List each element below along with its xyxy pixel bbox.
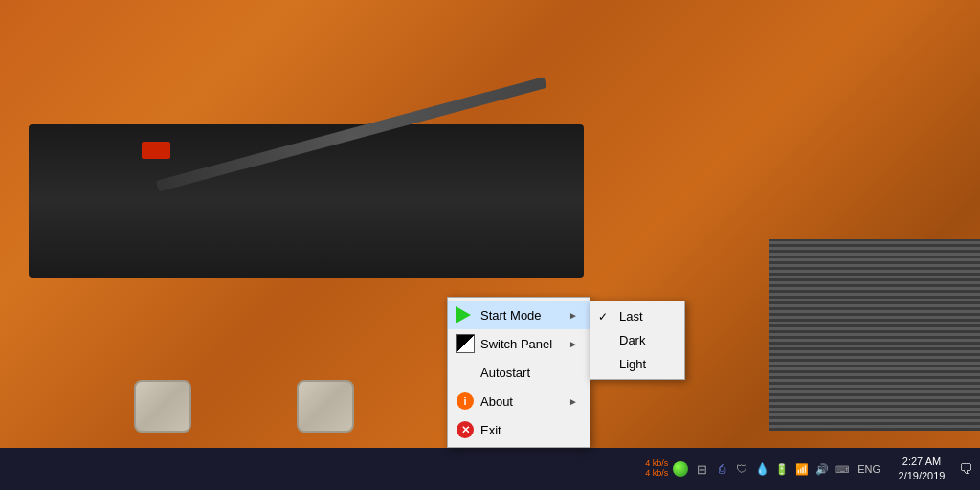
clock-time: 2:27 AM <box>902 455 941 469</box>
menu-item-autostart-label: Autostart <box>480 366 530 380</box>
menu-item-exit[interactable]: ✕ Exit <box>448 415 590 444</box>
tray-wifi-icon[interactable]: 📶 <box>793 460 811 478</box>
menu-item-about[interactable]: i About ► <box>448 387 590 415</box>
submenu-item-light[interactable]: Light <box>590 352 684 376</box>
submenu-arrow-about-icon: ► <box>561 396 578 407</box>
tray-app-green-icon[interactable] <box>671 459 690 479</box>
autostart-icon-placeholder <box>456 363 475 382</box>
network-speed-display: 4 kb/s 4 kb/s <box>645 459 668 479</box>
tray-shield-icon[interactable]: 🛡 <box>733 460 750 478</box>
taskbar: 4 kb/s 4 kb/s ⊞ ⎙ 🛡 💧 🔋 📶 🔊 ⌨ ENG 2:27 A… <box>0 448 980 490</box>
checkmark-last: ✓ <box>598 310 613 323</box>
tray-keyboard-icon[interactable]: ⌨ <box>834 460 851 478</box>
menu-item-switch-panel-label: Switch Panel <box>480 337 552 351</box>
taskbar-app-area: 4 kb/s 4 kb/s ⊞ ⎙ 🛡 💧 🔋 📶 🔊 ⌨ ENG <box>0 459 888 479</box>
submenu-label-light: Light <box>619 357 646 371</box>
tray-grid-icon[interactable]: ⊞ <box>693 460 710 478</box>
menu-item-about-label: About <box>480 394 513 409</box>
tray-battery-icon[interactable]: 🔋 <box>773 460 791 478</box>
case-clasp-left <box>134 380 191 433</box>
context-menu: Start Mode ► ✓ Last Dark Light Switch Pa… <box>447 297 590 448</box>
submenu-start-mode: ✓ Last Dark Light <box>590 301 685 380</box>
speaker-grille <box>769 239 980 431</box>
green-arrow-icon <box>456 305 475 324</box>
menu-item-start-mode[interactable]: Start Mode ► ✓ Last Dark Light <box>448 301 590 329</box>
submenu-label-dark: Dark <box>619 333 645 347</box>
clock-date: 2/19/2019 <box>899 469 946 483</box>
submenu-item-dark[interactable]: Dark <box>590 328 684 352</box>
clock-area[interactable]: 2:27 AM 2/19/2019 <box>888 455 955 484</box>
about-icon: i <box>456 391 475 411</box>
menu-item-start-mode-label: Start Mode <box>480 308 542 323</box>
exit-icon: ✕ <box>456 420 475 439</box>
tray-volume-icon[interactable]: 🔊 <box>813 460 831 478</box>
submenu-label-last: Last <box>619 309 643 323</box>
menu-item-autostart[interactable]: Autostart <box>448 358 590 387</box>
submenu-arrow-switch-icon: ► <box>561 339 578 349</box>
tray-bluetooth-icon[interactable]: ⎙ <box>713 460 730 478</box>
submenu-item-last[interactable]: ✓ Last <box>590 304 684 328</box>
language-label[interactable]: ENG <box>854 463 884 475</box>
network-speed-down: 4 kb/s <box>645 469 668 479</box>
checkmark-dark <box>598 334 613 347</box>
switch-panel-icon <box>456 334 475 353</box>
tray-water-icon[interactable]: 💧 <box>753 460 770 478</box>
case-clasp-middle <box>297 380 354 433</box>
cartridge <box>142 142 170 159</box>
notification-center-icon[interactable]: 🗨 <box>955 458 976 479</box>
menu-item-switch-panel[interactable]: Switch Panel ► <box>448 329 590 358</box>
submenu-arrow-icon: ► <box>561 310 578 321</box>
menu-item-exit-label: Exit <box>480 423 501 437</box>
checkmark-light <box>598 358 613 371</box>
